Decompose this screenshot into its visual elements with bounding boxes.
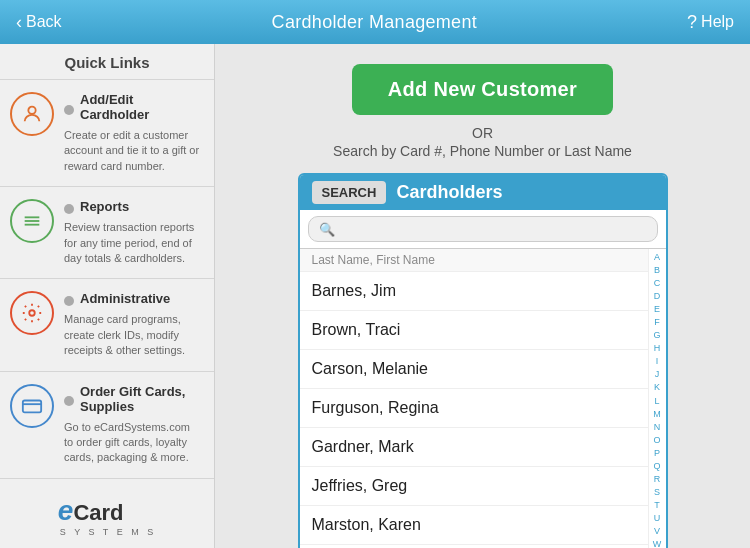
header: ‹ Back Cardholder Management ? Help [0, 0, 750, 44]
giftcard-item-text: Order Gift Cards, Supplies Go to eCardSy… [64, 384, 202, 466]
alpha-letter-C[interactable]: C [654, 277, 661, 290]
alpha-letter-V[interactable]: V [654, 525, 660, 538]
bullet-reports [64, 204, 74, 214]
reports-item-text: Reports Review transaction reports for a… [64, 199, 202, 266]
list-item[interactable]: Jeffries, Greg [300, 467, 648, 506]
svg-point-0 [28, 107, 35, 114]
or-text: OR [472, 125, 493, 141]
admin-item-text: Administrative Manage card programs, cre… [64, 291, 202, 358]
list-item[interactable]: Marston, Karen [300, 506, 648, 545]
bullet-admin [64, 296, 74, 306]
alpha-letter-D[interactable]: D [654, 290, 661, 303]
giftcard-item-desc: Go to eCardSystems.com to order gift car… [64, 420, 202, 466]
logo-card: Card [73, 500, 123, 526]
panel-header: SEARCH Cardholders [300, 175, 666, 210]
list-item[interactable]: Furguson, Regina [300, 389, 648, 428]
content-area: Add New Customer OR Search by Card #, Ph… [215, 44, 750, 548]
alpha-letter-W[interactable]: W [653, 538, 662, 548]
bullet-cardholder [64, 105, 74, 115]
alpha-letter-S[interactable]: S [654, 486, 660, 499]
list-header: Last Name, First Name [300, 249, 648, 272]
cardholder-item-heading: Add/Edit Cardholder [80, 92, 202, 122]
reports-icon [10, 199, 54, 243]
list-item[interactable]: Gardner, Mark [300, 428, 648, 467]
sidebar-item-order-gift-cards[interactable]: Order Gift Cards, Supplies Go to eCardSy… [0, 372, 214, 479]
alpha-letter-L[interactable]: L [654, 395, 659, 408]
reports-item-heading: Reports [80, 199, 129, 214]
list-item[interactable]: Carson, Melanie [300, 350, 648, 389]
search-input[interactable] [341, 221, 647, 237]
alpha-letter-M[interactable]: M [653, 408, 661, 421]
admin-item-desc: Manage card programs, create clerk IDs, … [64, 312, 202, 358]
reports-item-desc: Review transaction reports for any time … [64, 220, 202, 266]
alpha-letter-F[interactable]: F [654, 316, 660, 329]
alphabet-sidebar: ABCDEFGHIJKLMNOPQRSTUVWXYZ# [648, 249, 666, 548]
alpha-letter-O[interactable]: O [653, 434, 660, 447]
cardholders-panel: SEARCH Cardholders 🔍 Last Name, First Na… [298, 173, 668, 548]
alpha-letter-E[interactable]: E [654, 303, 660, 316]
sidebar-item-reports[interactable]: Reports Review transaction reports for a… [0, 187, 214, 279]
svg-point-4 [29, 311, 35, 317]
logo-systems: S Y S T E M S [60, 527, 156, 537]
chevron-left-icon: ‹ [16, 12, 22, 33]
alpha-letter-U[interactable]: U [654, 512, 661, 525]
alpha-letter-R[interactable]: R [654, 473, 661, 486]
sidebar-item-add-edit-cardholder[interactable]: Add/Edit Cardholder Create or edit a cus… [0, 80, 214, 187]
sidebar: Quick Links Add/Edit Cardholder Create o… [0, 44, 215, 548]
page-title: Cardholder Management [272, 12, 477, 33]
help-label: Help [701, 13, 734, 31]
panel-header-title: Cardholders [396, 182, 502, 203]
alpha-letter-I[interactable]: I [656, 355, 659, 368]
sidebar-title: Quick Links [0, 44, 214, 80]
search-tab[interactable]: SEARCH [312, 181, 387, 204]
alpha-letter-K[interactable]: K [654, 381, 660, 394]
alpha-letter-Q[interactable]: Q [653, 460, 660, 473]
help-circle-icon: ? [687, 12, 697, 33]
search-input-wrapper: 🔍 [308, 216, 658, 242]
search-hint-text: Search by Card #, Phone Number or Last N… [333, 143, 632, 159]
alpha-letter-A[interactable]: A [654, 251, 660, 264]
giftcard-icon [10, 384, 54, 428]
search-icon: 🔍 [319, 222, 335, 237]
name-list: Last Name, First Name Barnes, JimBrown, … [300, 249, 648, 548]
admin-item-heading: Administrative [80, 291, 170, 306]
bullet-giftcard [64, 396, 74, 406]
back-button[interactable]: ‹ Back [16, 12, 62, 33]
list-item[interactable]: Barnes, Jim [300, 272, 648, 311]
logo-e: e [58, 495, 74, 527]
alpha-letter-N[interactable]: N [654, 421, 661, 434]
help-button[interactable]: ? Help [687, 12, 734, 33]
ecard-logo: e Card S Y S T E M S [0, 479, 214, 548]
sidebar-item-administrative[interactable]: Administrative Manage card programs, cre… [0, 279, 214, 371]
cardholder-icon [10, 92, 54, 136]
giftcard-item-heading: Order Gift Cards, Supplies [80, 384, 202, 414]
list-item[interactable]: Brown, Traci [300, 311, 648, 350]
back-label: Back [26, 13, 62, 31]
main-layout: Quick Links Add/Edit Cardholder Create o… [0, 44, 750, 548]
alpha-letter-T[interactable]: T [654, 499, 660, 512]
cardholder-item-desc: Create or edit a customer account and ti… [64, 128, 202, 174]
admin-icon [10, 291, 54, 335]
alpha-letter-J[interactable]: J [655, 368, 660, 381]
cardholder-item-text: Add/Edit Cardholder Create or edit a cus… [64, 92, 202, 174]
alpha-letter-B[interactable]: B [654, 264, 660, 277]
alpha-letter-G[interactable]: G [653, 329, 660, 342]
alpha-letter-P[interactable]: P [654, 447, 660, 460]
search-bar: 🔍 [300, 210, 666, 249]
alpha-letter-H[interactable]: H [654, 342, 661, 355]
add-new-customer-button[interactable]: Add New Customer [352, 64, 613, 115]
svg-rect-5 [23, 400, 41, 412]
list-container: Last Name, First Name Barnes, JimBrown, … [300, 249, 666, 548]
